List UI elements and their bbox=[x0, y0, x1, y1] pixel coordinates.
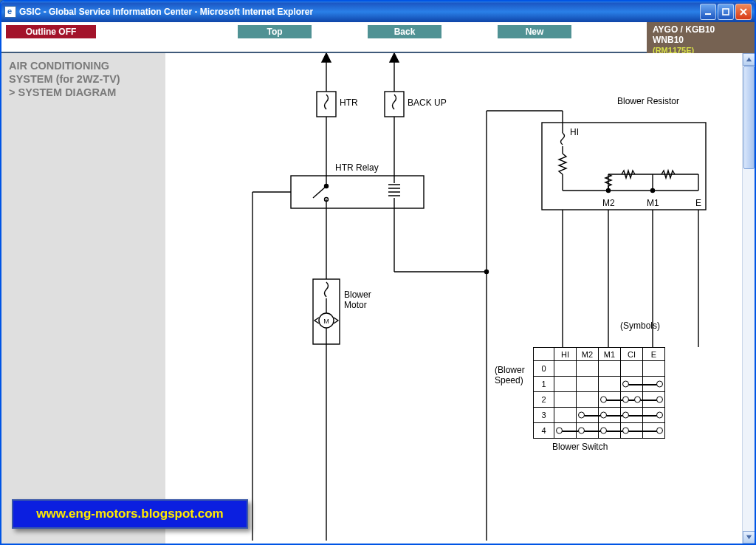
label-htr: HTR bbox=[340, 97, 358, 108]
window-title: GSIC - Global Service Information Center… bbox=[19, 7, 700, 17]
vehicle-line1: AYGO / KGB10 bbox=[653, 25, 749, 35]
label-blower-speed: (Blower Speed) bbox=[495, 365, 525, 385]
heading-line1: AIR CONDITIONING bbox=[9, 59, 158, 72]
row-0: 0 bbox=[534, 361, 554, 377]
svg-rect-10 bbox=[291, 176, 424, 208]
nav-top-button[interactable]: Top bbox=[238, 25, 312, 38]
blower-switch-table: HI M2 M1 CI E 0 1 2 bbox=[533, 347, 665, 439]
watermark-text: www.eng-motors.blogspot.com bbox=[36, 507, 223, 521]
diagram-svg: M bbox=[165, 53, 741, 541]
svg-rect-6 bbox=[317, 92, 336, 117]
vertical-scrollbar[interactable] bbox=[742, 53, 755, 544]
maximize-button[interactable] bbox=[718, 4, 734, 20]
svg-text:M: M bbox=[323, 318, 329, 325]
svg-line-13 bbox=[313, 186, 326, 198]
nav-back-button[interactable]: Back bbox=[368, 25, 441, 38]
scroll-up-button[interactable] bbox=[743, 53, 755, 66]
col-m1: M1 bbox=[599, 348, 621, 361]
svg-rect-34 bbox=[542, 123, 706, 210]
heading-line3: > SYSTEM DIAGRAM bbox=[9, 86, 158, 99]
close-button[interactable] bbox=[735, 4, 752, 20]
svg-point-45 bbox=[607, 189, 611, 193]
heading-line2: SYSTEM (for 2WZ-TV) bbox=[9, 72, 158, 86]
svg-marker-3 bbox=[322, 53, 331, 62]
minimize-button[interactable] bbox=[700, 4, 716, 20]
nav-new-button[interactable]: New bbox=[498, 25, 571, 38]
watermark-banner: www.eng-motors.blogspot.com bbox=[12, 499, 248, 529]
label-symbols: (Symbols) bbox=[620, 321, 660, 331]
outline-toggle-button[interactable]: Outline OFF bbox=[6, 25, 96, 38]
svg-marker-5 bbox=[390, 53, 399, 62]
vehicle-tag: AYGO / KGB10 WNB10 (RM1175E) bbox=[647, 22, 755, 53]
label-m2: M2 bbox=[602, 198, 615, 208]
col-ci: CI bbox=[621, 348, 643, 361]
label-m1: M1 bbox=[647, 198, 659, 208]
row-4: 4 bbox=[534, 423, 554, 439]
scroll-thumb[interactable] bbox=[743, 66, 755, 169]
label-htr-relay: HTR Relay bbox=[335, 162, 379, 173]
svg-point-46 bbox=[651, 189, 655, 193]
svg-rect-0 bbox=[705, 13, 711, 15]
ie-app-icon bbox=[4, 6, 16, 18]
toolbar: Outline OFF Top Back New AYGO / KGB10 WN… bbox=[1, 22, 755, 53]
label-hi: HI bbox=[570, 127, 579, 137]
col-e: E bbox=[643, 348, 665, 361]
label-blower-resistor: Blower Resistor bbox=[617, 96, 679, 106]
left-heading-pane: AIR CONDITIONING SYSTEM (for 2WZ-TV) > S… bbox=[1, 53, 165, 544]
label-blower-motor: Blower Motor bbox=[344, 289, 371, 310]
col-m2: M2 bbox=[577, 348, 599, 361]
row-3: 3 bbox=[534, 408, 554, 423]
label-blower-switch: Blower Switch bbox=[552, 442, 608, 452]
col-hi: HI bbox=[554, 348, 577, 361]
titlebar: GSIC - Global Service Information Center… bbox=[1, 1, 755, 22]
wiring-diagram: M bbox=[165, 53, 742, 544]
row-2: 2 bbox=[534, 392, 554, 408]
label-backup: BACK UP bbox=[408, 97, 447, 108]
svg-rect-7 bbox=[385, 92, 404, 117]
svg-rect-1 bbox=[723, 9, 729, 15]
scroll-down-button[interactable] bbox=[743, 531, 755, 544]
vehicle-line2: WNB10 bbox=[653, 35, 749, 46]
label-e: E bbox=[695, 198, 701, 208]
row-1: 1 bbox=[534, 377, 554, 392]
